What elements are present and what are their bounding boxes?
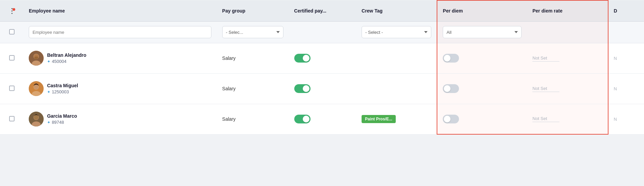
toggle-knob bbox=[303, 85, 309, 92]
pay-group-filter-select[interactable]: - Selec... bbox=[222, 26, 283, 38]
crew-tag-cell: Paint Pros/E... bbox=[356, 104, 437, 134]
employee-name: Castra Miguel bbox=[47, 83, 78, 88]
employee-id: ✦ 1250003 bbox=[47, 89, 78, 94]
pay-group-value: Salary bbox=[222, 86, 236, 91]
certified-pay-toggle[interactable] bbox=[294, 84, 310, 93]
header-certified-pay: Certified pay... bbox=[289, 0, 356, 21]
pay-group-cell: Salary bbox=[217, 43, 289, 73]
select-all-checkbox[interactable] bbox=[9, 29, 15, 34]
header-d-col: D bbox=[608, 0, 644, 21]
filter-perdiem-cell: All bbox=[437, 21, 527, 43]
toggle-knob bbox=[444, 85, 451, 92]
d-value: N bbox=[614, 56, 617, 61]
row-checkbox[interactable] bbox=[9, 116, 15, 121]
filter-checkbox-cell bbox=[0, 21, 23, 43]
per-diem-filter-select[interactable]: All bbox=[443, 26, 522, 38]
per-diem-rate-value: Not Set bbox=[532, 55, 559, 62]
row-checkbox[interactable] bbox=[9, 55, 15, 61]
avatar bbox=[29, 81, 44, 96]
employee-name: Beltran Alejandro bbox=[47, 52, 86, 58]
svg-point-4 bbox=[34, 56, 38, 59]
chevron-down-icon bbox=[276, 31, 280, 33]
filter-crewtag-cell: - Select - bbox=[356, 21, 437, 43]
pay-group-cell: Salary bbox=[217, 73, 289, 104]
employee-cell: Beltran Alejandro ✦ 450004 bbox=[23, 43, 217, 73]
per-diem-rate-value: Not Set bbox=[532, 86, 559, 92]
header-crew-tag: Crew Tag bbox=[356, 0, 437, 21]
employee-name-filter-input[interactable] bbox=[29, 26, 211, 38]
pay-group-value: Salary bbox=[222, 55, 236, 61]
star-icon: ✦ bbox=[47, 120, 50, 125]
row-checkbox-cell bbox=[0, 104, 23, 134]
per-diem-rate-cell: Not Set bbox=[527, 104, 608, 134]
table-row: Castra Miguel ✦ 1250003 Salary bbox=[0, 73, 644, 104]
per-diem-toggle[interactable] bbox=[443, 115, 459, 123]
employee-id: ✦ 450004 bbox=[47, 59, 86, 64]
table-header: ⋮ Employee name Pay group Certified pay.… bbox=[0, 0, 644, 21]
extra-cell: N bbox=[608, 43, 644, 73]
header-checkbox-col: ⋮ bbox=[0, 0, 23, 21]
row-checkbox-cell bbox=[0, 73, 23, 104]
per-diem-rate-cell: Not Set bbox=[527, 43, 608, 73]
chevron-down-icon bbox=[424, 31, 428, 33]
avatar bbox=[29, 51, 44, 66]
employee-cell: Garcia Marco ✦ 89748 bbox=[23, 104, 217, 134]
red-dot-indicator bbox=[13, 8, 15, 11]
filter-certified-cell bbox=[289, 21, 356, 43]
per-diem-cell bbox=[437, 73, 527, 104]
svg-point-8 bbox=[34, 85, 39, 89]
toggle-knob bbox=[444, 116, 451, 122]
per-diem-rate-cell: Not Set bbox=[527, 73, 608, 104]
row-checkbox-cell bbox=[0, 43, 23, 73]
d-value: N bbox=[614, 117, 617, 122]
filter-row: - Selec... - Select - All bbox=[0, 21, 644, 43]
toggle-knob bbox=[303, 116, 309, 122]
avatar bbox=[29, 112, 44, 126]
header-per-diem: Per diem bbox=[437, 0, 527, 21]
filter-extra-cell bbox=[608, 21, 644, 43]
table-container: ⋮ Employee name Pay group Certified pay.… bbox=[0, 0, 644, 135]
crew-tag-cell bbox=[356, 43, 437, 73]
star-icon: ✦ bbox=[47, 90, 50, 94]
filter-paygroup-cell: - Selec... bbox=[217, 21, 289, 43]
employee-name: Garcia Marco bbox=[47, 113, 77, 119]
crew-tag-filter-select[interactable]: - Select - bbox=[362, 26, 431, 38]
crew-tag-cell bbox=[356, 73, 437, 104]
employee-cell: Castra Miguel ✦ 1250003 bbox=[23, 73, 217, 104]
avatar-image bbox=[29, 112, 44, 126]
avatar-image bbox=[29, 81, 44, 96]
avatar-image bbox=[29, 51, 44, 66]
extra-cell: N bbox=[608, 104, 644, 134]
per-diem-rate-value: Not Set bbox=[532, 116, 559, 122]
certified-pay-cell bbox=[289, 73, 356, 104]
pay-group-cell: Salary bbox=[217, 104, 289, 134]
table-row: Garcia Marco ✦ 89748 Salary bbox=[0, 104, 644, 134]
certified-pay-toggle[interactable] bbox=[294, 115, 310, 123]
per-diem-toggle[interactable] bbox=[443, 54, 459, 63]
header-employee-name: Employee name bbox=[23, 0, 217, 21]
chevron-down-icon bbox=[514, 31, 518, 33]
employee-id: ✦ 89748 bbox=[47, 120, 77, 125]
certified-pay-cell bbox=[289, 43, 356, 73]
certified-pay-cell bbox=[289, 104, 356, 134]
svg-point-12 bbox=[34, 115, 39, 120]
pay-group-value: Salary bbox=[222, 116, 236, 122]
star-icon: ✦ bbox=[47, 59, 50, 64]
toggle-knob bbox=[444, 55, 451, 62]
d-value: N bbox=[614, 86, 617, 91]
row-checkbox[interactable] bbox=[9, 86, 15, 91]
toggle-knob bbox=[303, 55, 309, 62]
extra-cell: N bbox=[608, 73, 644, 104]
dots-menu[interactable]: ⋮ bbox=[8, 7, 15, 14]
header-pay-group: Pay group bbox=[217, 0, 289, 21]
per-diem-cell bbox=[437, 104, 527, 134]
certified-pay-toggle[interactable] bbox=[294, 54, 310, 63]
filter-perdiemrate-cell bbox=[527, 21, 608, 43]
per-diem-cell bbox=[437, 43, 527, 73]
table-row: Beltran Alejandro ✦ 450004 Salary bbox=[0, 43, 644, 73]
per-diem-toggle[interactable] bbox=[443, 84, 459, 93]
crew-tag-badge: Paint Pros/E... bbox=[362, 115, 396, 123]
employee-table: ⋮ Employee name Pay group Certified pay.… bbox=[0, 0, 644, 135]
filter-employee-cell bbox=[23, 21, 217, 43]
header-per-diem-rate: Per diem rate bbox=[527, 0, 608, 21]
